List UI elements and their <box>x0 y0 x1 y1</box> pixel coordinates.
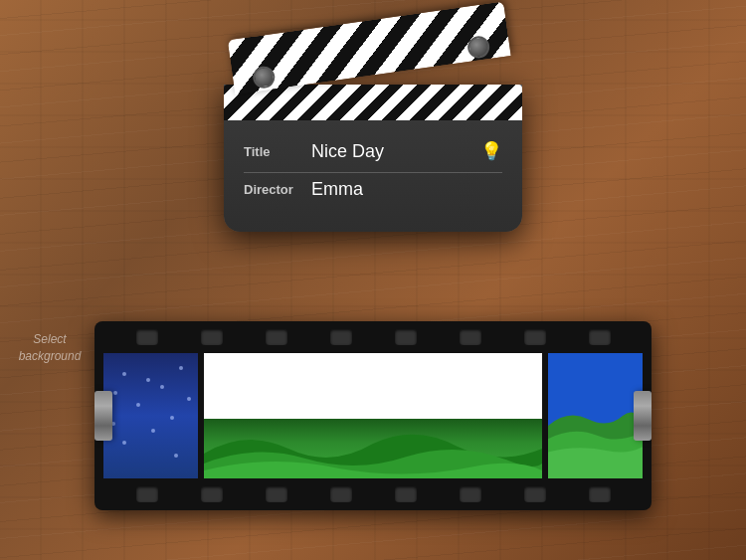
sprocket-hole <box>136 329 158 345</box>
sprocket-hole <box>524 486 546 502</box>
clapperboard: Start Title Nice Day 💡 Director Emma <box>214 30 532 232</box>
sprocket-hole <box>330 486 352 502</box>
clapper-fields: Title Nice Day 💡 Director Emma <box>244 132 502 200</box>
clapper-body: Title Nice Day 💡 Director Emma <box>224 85 522 232</box>
sprocket-hole <box>460 329 481 345</box>
film-strip-area: Select background <box>94 321 652 510</box>
film-cap-right <box>634 391 652 441</box>
clapper-top-arm[interactable] <box>228 1 511 93</box>
bottom-sprockets <box>94 486 652 502</box>
sprocket-hole <box>330 329 352 345</box>
sprocket-hole <box>395 329 417 345</box>
sprocket-hole <box>266 329 287 345</box>
sprocket-hole <box>201 486 223 502</box>
film-frames <box>94 321 652 510</box>
sprocket-hole <box>136 486 158 502</box>
film-strip[interactable] <box>94 321 652 510</box>
director-field[interactable]: Director Emma <box>244 179 502 200</box>
film-cap-left <box>94 391 112 441</box>
sprocket-hole <box>266 486 287 502</box>
sprocket-hole <box>589 329 611 345</box>
sprocket-hole <box>201 329 223 345</box>
sprocket-hole <box>460 486 481 502</box>
top-sprockets <box>94 329 652 345</box>
center-hills <box>204 419 542 478</box>
field-divider <box>244 172 502 173</box>
title-label: Title <box>244 144 311 159</box>
title-value[interactable]: Nice Day <box>311 141 474 162</box>
center-sky <box>204 353 542 419</box>
select-background-label[interactable]: Select background <box>10 331 90 365</box>
film-frame-center[interactable] <box>204 353 542 478</box>
clapper-body-stripes <box>224 85 522 120</box>
director-value[interactable]: Emma <box>311 179 502 200</box>
sprocket-hole <box>524 329 546 345</box>
director-label: Director <box>244 182 311 197</box>
film-frame-left[interactable] <box>103 353 198 478</box>
sprocket-hole <box>395 486 417 502</box>
title-field[interactable]: Title Nice Day 💡 <box>244 140 502 162</box>
night-dots <box>103 353 198 478</box>
sprocket-hole <box>589 486 611 502</box>
bulb-icon: 💡 <box>480 140 502 162</box>
film-frame-right[interactable] <box>548 353 643 478</box>
